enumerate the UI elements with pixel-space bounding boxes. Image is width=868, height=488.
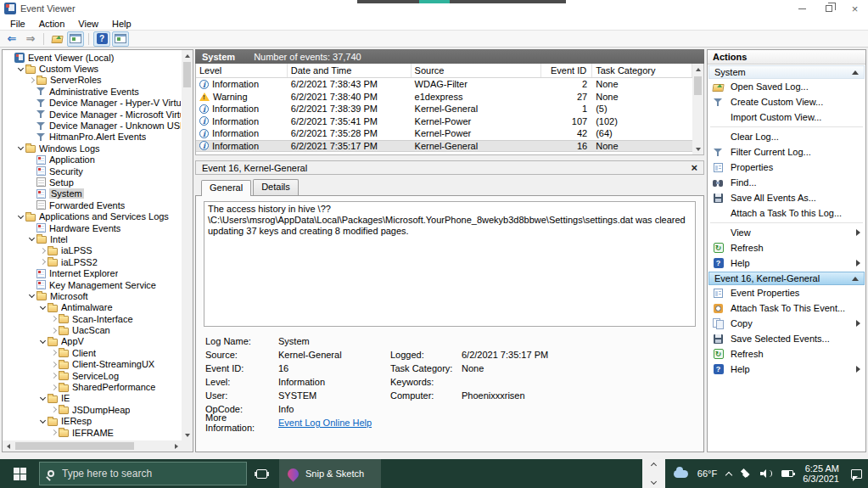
tree-item[interactable]: Antimalware [3, 302, 181, 313]
tree-item[interactable]: Windows Logs [3, 143, 181, 154]
collapsed-chevron-icon[interactable] [49, 328, 59, 333]
tree-item[interactable]: IE [3, 393, 181, 404]
close-detail-icon[interactable]: × [691, 162, 697, 173]
tree-item[interactable]: AppV [3, 336, 181, 347]
column-header-task-category[interactable]: Task Category [592, 64, 692, 77]
events-vertical-scrollbar[interactable] [692, 64, 703, 154]
tree-item[interactable]: Setup [3, 177, 181, 188]
collapse-section-icon[interactable] [852, 277, 859, 281]
tree-item[interactable]: Security [3, 165, 181, 177]
scroll-up-arrow[interactable] [182, 50, 193, 61]
collapsed-chevron-icon[interactable] [49, 407, 59, 412]
tree-item[interactable]: Applications and Services Logs [3, 210, 181, 222]
action-item[interactable]: Save All Events As... [708, 190, 865, 205]
collapsed-chevron-icon[interactable] [49, 430, 59, 435]
scroll-down-icon[interactable] [651, 479, 657, 485]
tree-item[interactable]: iaLPSS [3, 245, 181, 256]
event-description[interactable]: The access history in hive \??\C:\Users\… [204, 201, 696, 327]
tree-item[interactable]: Device Manager - Microsoft Virtual Disk [3, 109, 181, 120]
help-toolbar-button[interactable]: ? [93, 31, 110, 47]
tree-item[interactable]: JSDumpHeap [3, 404, 181, 415]
action-item[interactable]: Help [708, 362, 865, 377]
expanded-chevron-icon[interactable] [38, 306, 48, 309]
back-button[interactable]: ⇐ [3, 31, 20, 47]
events-scroll-thumb[interactable] [694, 76, 702, 95]
tree-item[interactable]: ServiceLog [3, 370, 181, 381]
expanded-chevron-icon[interactable] [16, 216, 25, 218]
tree-item[interactable]: Device Manager - Hyper-V Virtual Etherne [3, 98, 181, 109]
event-row[interactable]: Warning6/2/2021 7:38:40 PMe1dexpress27No… [196, 91, 692, 104]
expanded-chevron-icon[interactable] [38, 420, 48, 423]
event-row[interactable]: Information6/2/2021 7:35:28 PMKernel-Pow… [196, 127, 692, 140]
action-item[interactable]: Filter Current Log... [708, 144, 865, 160]
collapsed-chevron-icon[interactable] [49, 351, 59, 355]
tree-item[interactable]: Internet Explorer [3, 267, 181, 278]
column-header-source[interactable]: Source [412, 64, 542, 77]
tree-item[interactable]: Hardware Events [3, 222, 181, 233]
tab-general[interactable]: General [201, 180, 251, 196]
event-row[interactable]: Information6/2/2021 7:38:39 PMKernel-Gen… [196, 103, 692, 115]
action-item[interactable]: Find... [708, 175, 865, 190]
tree-item[interactable]: Client [3, 347, 181, 358]
action-item[interactable]: Properties [708, 160, 865, 175]
tree-item[interactable]: IEFRAME [3, 427, 181, 438]
scroll-up-arrow[interactable] [692, 64, 703, 75]
collapsed-chevron-icon[interactable] [49, 373, 59, 378]
collapsed-chevron-icon[interactable] [49, 317, 59, 321]
expanded-chevron-icon[interactable] [38, 340, 48, 343]
column-header-level[interactable]: Level [196, 64, 288, 77]
tree-horizontal-scrollbar[interactable] [3, 440, 182, 452]
taskbar-search[interactable] [39, 462, 247, 485]
temperature-label[interactable]: 66°F [697, 468, 717, 479]
tree-item[interactable]: Scan-Interface [3, 313, 181, 324]
task-view-button[interactable] [247, 459, 276, 488]
hidden-icons-chevron[interactable] [725, 471, 732, 478]
action-item[interactable]: Save Selected Events... [708, 331, 865, 346]
taskbar-toolbar-scroller[interactable] [642, 459, 665, 488]
scroll-left-arrow[interactable] [3, 440, 14, 452]
action-item[interactable]: Refresh [708, 346, 865, 362]
expanded-chevron-icon[interactable] [27, 238, 36, 240]
dropbox-icon[interactable] [741, 469, 751, 478]
actions-section-header[interactable]: Event 16, Kernel-General [708, 272, 865, 285]
restore-button[interactable] [815, 0, 842, 17]
tree-item[interactable]: Intel [3, 233, 181, 244]
scroll-down-arrow[interactable] [182, 429, 193, 440]
tree-item[interactable]: Event Viewer (Local) [3, 52, 181, 63]
action-item[interactable]: Copy [708, 316, 865, 331]
tree-vertical-scrollbar[interactable] [182, 50, 193, 440]
open-saved-log-toolbar-button[interactable] [48, 31, 65, 47]
menu-file[interactable]: File [3, 19, 32, 29]
action-item[interactable]: Attach a Task To this Log... [708, 205, 865, 221]
action-pane-toggle-button[interactable] [112, 31, 129, 47]
expanded-chevron-icon[interactable] [16, 68, 25, 70]
tree-item[interactable]: Microsoft [3, 290, 181, 301]
action-item[interactable]: Attach Task To This Event... [708, 300, 865, 316]
action-item[interactable]: Event Properties [708, 285, 865, 300]
console-tree-toggle-button[interactable] [67, 31, 84, 47]
tree-item[interactable]: SharedPerformance [3, 381, 181, 392]
collapsed-chevron-icon[interactable] [38, 249, 48, 253]
scroll-up-icon[interactable] [651, 463, 657, 468]
tree-item[interactable]: Application [3, 154, 181, 165]
tree-item[interactable]: iaLPSS2 [3, 256, 181, 267]
scroll-right-arrow[interactable] [171, 440, 182, 452]
action-item[interactable]: Clear Log... [708, 129, 865, 144]
clock[interactable]: 6:25 AM 6/3/2021 [803, 463, 839, 484]
start-button[interactable] [0, 459, 39, 488]
action-item[interactable]: Open Saved Log... [708, 79, 865, 94]
event-row[interactable]: Information6/2/2021 7:35:41 PMKernel-Pow… [196, 115, 692, 128]
action-item[interactable]: Create Custom View... [708, 94, 865, 109]
forward-button[interactable]: ⇒ [22, 31, 39, 47]
weather-cloud-icon[interactable] [674, 470, 688, 478]
tree-item[interactable]: Device Manager - Unknown USB Device (I [3, 120, 181, 131]
tree-item[interactable]: Client-StreamingUX [3, 359, 181, 370]
event-row[interactable]: Information6/2/2021 7:38:43 PMWDAG-Filte… [196, 78, 692, 91]
volume-icon[interactable] [760, 469, 772, 478]
action-item[interactable]: Refresh [708, 240, 865, 255]
close-button[interactable]: × [842, 0, 868, 17]
action-center-icon[interactable] [851, 469, 862, 479]
action-item[interactable]: Import Custom View... [708, 109, 865, 125]
menu-help[interactable]: Help [105, 19, 138, 29]
column-header-date-and-time[interactable]: Date and Time [288, 64, 412, 77]
